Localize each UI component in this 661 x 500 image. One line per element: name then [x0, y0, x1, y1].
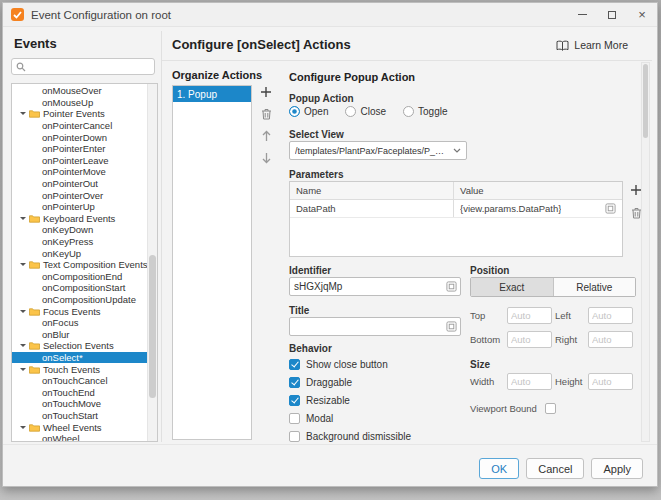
tree-item-label: onPointerEnter [42, 143, 105, 154]
tree-item-onpointerout[interactable]: onPointerOut [12, 178, 147, 190]
tree-item-onkeypress[interactable]: onKeyPress [12, 236, 147, 248]
checkbox-show-close-button[interactable]: Show close button [289, 355, 411, 373]
checkbox-icon [289, 359, 300, 370]
config-scrollbar-thumb[interactable] [643, 64, 648, 138]
viewport-bound-checkbox[interactable] [545, 403, 556, 414]
height-input[interactable] [588, 373, 633, 390]
parameter-value-cell[interactable]: {view.params.DataPath} [454, 200, 622, 217]
tree-folder-text-composition-events[interactable]: Text Composition Events [12, 259, 147, 271]
folder-icon [29, 341, 40, 350]
tree-item-onpointerdown[interactable]: onPointerDown [12, 131, 147, 143]
config-scrollbar[interactable] [641, 62, 650, 442]
ok-button[interactable]: OK [479, 458, 519, 479]
viewport-bound-row[interactable]: Viewport Bound [470, 403, 556, 414]
radio-icon [289, 106, 300, 117]
field-label-right: Right [555, 334, 585, 345]
top-input[interactable] [507, 307, 552, 324]
position-modes: ExactRelative [470, 277, 636, 297]
bottom-input[interactable] [507, 331, 552, 348]
events-panel-title: Events [14, 36, 57, 51]
tree-item-onpointerover[interactable]: onPointerOver [12, 189, 147, 201]
action-list-item[interactable]: 1. Popup [173, 86, 251, 102]
organize-actions-title: Organize Actions [172, 69, 262, 81]
width-input[interactable] [507, 373, 552, 390]
right-input[interactable] [588, 331, 633, 348]
tree-item-label: onMouseUp [42, 97, 93, 108]
title-field[interactable] [289, 317, 461, 336]
tree-item-oncompositionstart[interactable]: onCompositionStart [12, 282, 147, 294]
titlebar[interactable]: Event Configuration on root × [3, 3, 657, 27]
radio-close[interactable]: Close [345, 106, 386, 117]
tree-item-onpointerup[interactable]: onPointerUp [12, 201, 147, 213]
checkbox-resizable[interactable]: Resizable [289, 391, 411, 409]
tree-folder-focus-events[interactable]: Focus Events [12, 305, 147, 317]
binding-icon[interactable] [605, 203, 616, 214]
checkbox-background-dismissible[interactable]: Background dismissible [289, 427, 411, 445]
app-icon [11, 8, 24, 21]
tree-folder-pointer-events[interactable]: Pointer Events [12, 108, 147, 120]
identifier-field[interactable] [289, 277, 461, 296]
tree-item-onkeydown[interactable]: onKeyDown [12, 224, 147, 236]
learn-more-link[interactable]: Learn More [556, 39, 628, 51]
popup-action-label: Popup Action [289, 93, 354, 104]
tree-item-ontouchend[interactable]: onTouchEnd [12, 386, 147, 398]
cancel-button[interactable]: Cancel [526, 458, 584, 479]
tree-item-label: Focus Events [43, 306, 101, 317]
tree-folder-touch-events[interactable]: Touch Events [12, 363, 147, 375]
tree-item-ontouchcancel[interactable]: onTouchCancel [12, 375, 147, 387]
tree-item-onmouseup[interactable]: onMouseUp [12, 97, 147, 109]
maximize-button[interactable] [597, 3, 627, 26]
position-mode-relative[interactable]: Relative [553, 278, 636, 296]
tree-item-onfocus[interactable]: onFocus [12, 317, 147, 329]
select-view-dropdown[interactable]: /templates/PlantPax/Faceplates/P_PF525 [289, 141, 467, 160]
tree-item-onkeyup[interactable]: onKeyUp [12, 247, 147, 259]
close-button[interactable]: × [627, 3, 657, 26]
tree-item-oncompositionend[interactable]: onCompositionEnd [12, 271, 147, 283]
position-mode-exact[interactable]: Exact [471, 278, 553, 296]
add-action-button[interactable] [259, 85, 273, 99]
tree-item-label: onCompositionUpdate [42, 294, 136, 305]
binding-icon[interactable] [446, 321, 457, 332]
apply-button[interactable]: Apply [591, 458, 643, 479]
tree-item-onblur[interactable]: onBlur [12, 328, 147, 340]
params-rows: DataPath{view.params.DataPath} [290, 200, 622, 218]
radio-open[interactable]: Open [289, 106, 328, 117]
events-tree-scrollbar[interactable] [147, 84, 157, 441]
tree-item-onpointercancel[interactable]: onPointerCancel [12, 120, 147, 132]
parameter-row[interactable]: DataPath{view.params.DataPath} [290, 200, 622, 218]
title-input[interactable] [290, 321, 446, 332]
book-icon [556, 40, 569, 51]
tree-folder-selection-events[interactable]: Selection Events [12, 340, 147, 352]
tree-folder-wheel-events[interactable]: Wheel Events [12, 421, 147, 433]
tree-folder-keyboard-events[interactable]: Keyboard Events [12, 213, 147, 225]
tree-item-onpointerleave[interactable]: onPointerLeave [12, 155, 147, 167]
params-header: NameValue [290, 182, 622, 200]
tree-item-onselect[interactable]: onSelect* [12, 352, 147, 364]
radio-toggle[interactable]: Toggle [403, 106, 447, 117]
checkbox-draggable[interactable]: Draggable [289, 373, 411, 391]
checkbox-label: Draggable [306, 377, 352, 388]
tree-item-onwheel[interactable]: onWheel [12, 433, 147, 441]
tree-item-label: Pointer Events [43, 108, 105, 119]
tree-item-onmouseover[interactable]: onMouseOver [12, 85, 147, 97]
binding-icon[interactable] [446, 281, 457, 292]
checkbox-modal[interactable]: Modal [289, 409, 411, 427]
minimize-button[interactable] [567, 3, 597, 26]
search-box[interactable] [11, 58, 155, 75]
tree-item-oncompositionupdate[interactable]: onCompositionUpdate [12, 294, 147, 306]
tree-item-label: onPointerDown [42, 132, 107, 143]
move-down-button[interactable] [259, 151, 273, 165]
folder-icon [29, 423, 40, 432]
title-label: Title [289, 305, 309, 316]
parameter-name[interactable]: DataPath [290, 200, 454, 217]
move-up-button[interactable] [259, 129, 273, 143]
tree-item-ontouchstart[interactable]: onTouchStart [12, 410, 147, 422]
delete-action-button[interactable] [259, 107, 273, 121]
tree-item-onpointermove[interactable]: onPointerMove [12, 166, 147, 178]
tree-item-onpointerenter[interactable]: onPointerEnter [12, 143, 147, 155]
search-input[interactable] [29, 61, 150, 72]
identifier-input[interactable] [290, 281, 446, 292]
events-tree-scrollbar-thumb[interactable] [149, 255, 156, 398]
tree-item-ontouchmove[interactable]: onTouchMove [12, 398, 147, 410]
left-input[interactable] [588, 307, 633, 324]
